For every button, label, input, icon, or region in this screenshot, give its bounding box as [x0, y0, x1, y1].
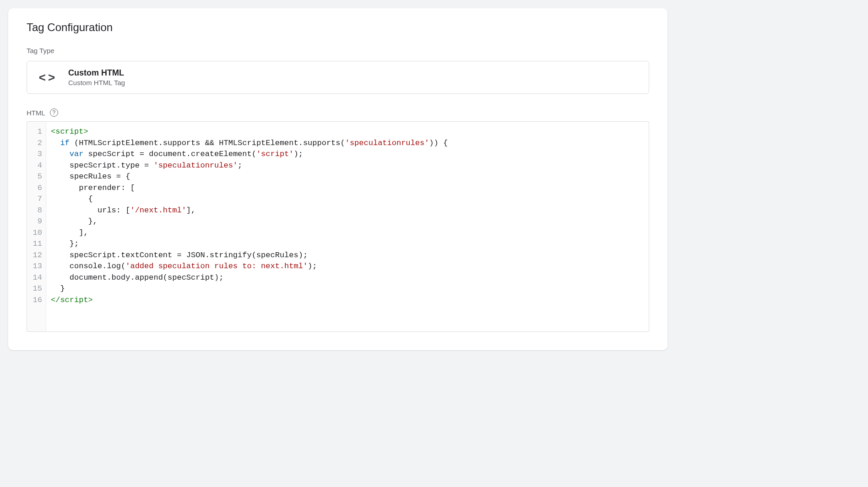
card-title: Tag Configuration — [27, 21, 649, 34]
line-number: 13 — [30, 261, 42, 272]
line-number: 8 — [30, 205, 42, 216]
code-line[interactable]: var specScript = document.createElement(… — [51, 149, 644, 160]
code-line[interactable]: console.log('added speculation rules to:… — [51, 261, 644, 272]
code-line[interactable]: }; — [51, 238, 644, 250]
tag-type-label: Tag Type — [27, 47, 649, 54]
code-line[interactable]: </script> — [51, 295, 644, 306]
html-field-label: HTML — [27, 109, 45, 117]
line-number: 5 — [30, 171, 42, 183]
tag-configuration-card: Tag Configuration Tag Type < > Custom HT… — [8, 8, 667, 350]
code-line[interactable]: } — [51, 283, 644, 295]
line-number-gutter: 12345678910111213141516 — [27, 122, 46, 331]
code-line[interactable]: urls: ['/next.html'], — [51, 205, 644, 216]
html-code-editor[interactable]: 12345678910111213141516 <script> if (HTM… — [27, 121, 649, 332]
line-number: 12 — [30, 250, 42, 261]
line-number: 4 — [30, 160, 42, 172]
code-line[interactable]: { — [51, 194, 644, 205]
tag-type-selector[interactable]: < > Custom HTML Custom HTML Tag — [27, 61, 649, 94]
html-field-header: HTML ? — [27, 108, 649, 117]
code-content[interactable]: <script> if (HTMLScriptElement.supports … — [46, 122, 649, 331]
code-line[interactable]: specRules = { — [51, 171, 644, 183]
line-number: 10 — [30, 227, 42, 239]
line-number: 7 — [30, 194, 42, 205]
line-number: 2 — [30, 138, 42, 149]
code-line[interactable]: document.body.append(specScript); — [51, 272, 644, 284]
code-line[interactable]: prerender: [ — [51, 183, 644, 194]
code-brackets-icon: < > — [37, 68, 56, 87]
line-number: 14 — [30, 272, 42, 284]
tag-type-title: Custom HTML — [68, 68, 125, 78]
line-number: 11 — [30, 238, 42, 250]
help-icon[interactable]: ? — [50, 108, 58, 117]
code-line[interactable]: }, — [51, 216, 644, 227]
line-number: 1 — [30, 126, 42, 138]
line-number: 9 — [30, 216, 42, 227]
line-number: 15 — [30, 283, 42, 295]
tag-type-subtitle: Custom HTML Tag — [68, 79, 125, 87]
line-number: 6 — [30, 183, 42, 194]
code-line[interactable]: specScript.type = 'speculationrules'; — [51, 160, 644, 172]
line-number: 16 — [30, 295, 42, 306]
code-line[interactable]: <script> — [51, 126, 644, 138]
tag-type-text: Custom HTML Custom HTML Tag — [68, 68, 125, 87]
code-line[interactable]: ], — [51, 227, 644, 239]
code-line[interactable]: if (HTMLScriptElement.supports && HTMLSc… — [51, 138, 644, 149]
line-number: 3 — [30, 149, 42, 160]
code-line[interactable]: specScript.textContent = JSON.stringify(… — [51, 250, 644, 261]
